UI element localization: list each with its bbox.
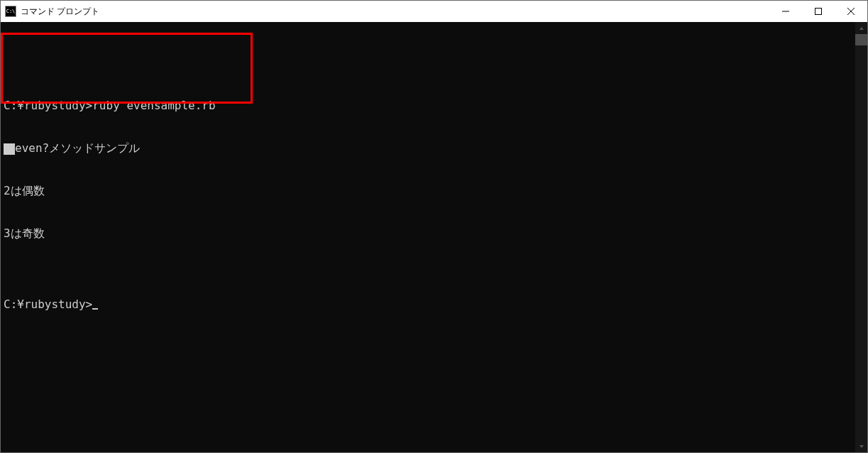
vertical-scrollbar[interactable]	[855, 22, 867, 452]
scroll-thumb[interactable]	[855, 34, 867, 45]
svg-marker-5	[859, 445, 864, 448]
scroll-up-button[interactable]	[855, 22, 867, 34]
svg-rect-1	[815, 9, 822, 15]
terminal-line: C:¥rubystudy>ruby evensample.rb	[1, 99, 855, 113]
maximize-button[interactable]	[802, 1, 835, 22]
terminal-area: C:¥rubystudy>ruby evensample.rb even?メソッ…	[1, 22, 867, 452]
minimize-icon	[782, 8, 789, 15]
cursor-icon	[92, 308, 98, 310]
minimize-button[interactable]	[769, 1, 802, 22]
chevron-down-icon	[859, 444, 864, 449]
terminal-line: 2は偶数	[1, 184, 855, 198]
maximize-icon	[815, 8, 822, 15]
svg-marker-4	[859, 27, 864, 30]
close-button[interactable]	[835, 1, 867, 22]
block-char-icon	[4, 143, 15, 155]
scroll-track[interactable]	[855, 34, 867, 440]
close-icon	[847, 8, 855, 15]
chevron-up-icon	[859, 26, 864, 31]
terminal-content[interactable]: C:¥rubystudy>ruby evensample.rb even?メソッ…	[1, 22, 855, 452]
window-controls	[769, 1, 867, 22]
terminal-line: even?メソッドサンプル	[1, 141, 855, 155]
app-icon: C:\	[5, 6, 16, 17]
window-title: コマンド プロンプト	[21, 6, 769, 18]
titlebar[interactable]: C:\ コマンド プロンプト	[1, 1, 867, 22]
command-prompt-window: C:\ コマンド プロンプト C:	[0, 0, 868, 453]
terminal-line: 3は奇数	[1, 226, 855, 241]
terminal-prompt-line: C:¥rubystudy>	[1, 298, 855, 312]
scroll-down-button[interactable]	[855, 440, 867, 452]
